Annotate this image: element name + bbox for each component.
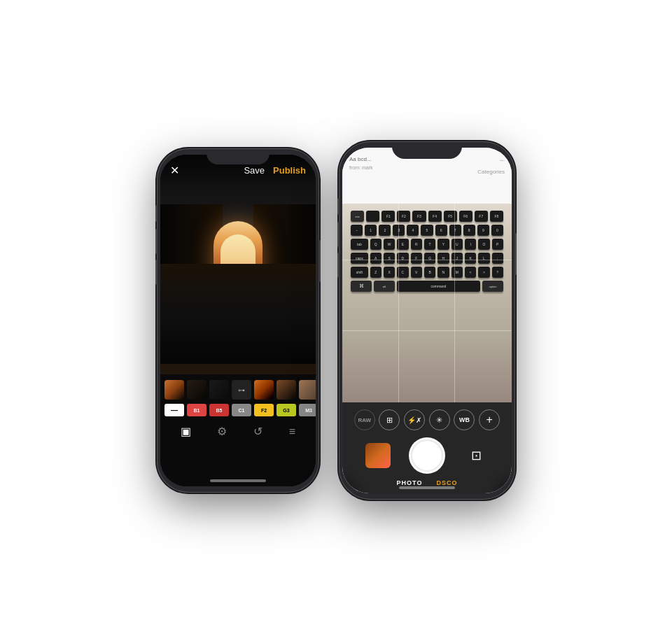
photo-mode-button[interactable]: PHOTO [397, 479, 423, 486]
home-bar-left [210, 479, 266, 482]
exposure-button[interactable]: ✳ [429, 409, 450, 430]
filter-area: ⊶ — B1 B5 C1 F2 G3 M3 [160, 374, 316, 486]
left-phone-notch [206, 149, 270, 164]
filter-thumb-5[interactable] [276, 380, 296, 400]
floor [160, 264, 316, 363]
grid-button[interactable]: ⊞ [379, 409, 400, 430]
filter-b1[interactable]: B1 [187, 404, 206, 416]
flash-button[interactable]: ⚡✗ [404, 409, 425, 430]
close-button[interactable]: ✕ [170, 164, 179, 177]
shutter-button[interactable] [409, 437, 445, 474]
camera-controls: RAW ⊞ ⚡✗ ✳ WB + ⊡ PHOT [342, 402, 512, 493]
last-photo-thumbnail[interactable] [365, 443, 391, 468]
flip-camera-button[interactable]: ⊡ [463, 443, 489, 468]
right-phone-notch [392, 142, 462, 159]
gallery-icon[interactable]: ▣ [181, 425, 191, 438]
publish-button[interactable]: Publish [273, 165, 306, 176]
filter-labels: — B1 B5 C1 F2 G3 M3 [160, 402, 316, 421]
grid-overlay [342, 190, 512, 402]
keyboard-photo: esc F1F2F3F4 F5F6F7F8 ~123 4567 890 tab [342, 190, 512, 402]
filter-g3[interactable]: G3 [276, 404, 296, 416]
filter-none[interactable]: — [164, 404, 184, 416]
top-actions: Save Publish [244, 165, 306, 176]
right-phone: Aa bcd... ... from: mark Categories esc … [340, 142, 514, 499]
filter-thumb-sliders[interactable]: ⊶ [232, 380, 251, 400]
revert-icon[interactable]: ↺ [253, 425, 262, 438]
bottom-toolbar: ▣ ⚙ ↺ ≡ [160, 421, 316, 444]
camera-icons-row: RAW ⊞ ⚡✗ ✳ WB + [342, 402, 512, 435]
adjust-icon[interactable]: ⚙ [217, 425, 227, 438]
filter-thumb-6[interactable] [299, 380, 316, 400]
filter-thumb-4[interactable] [254, 380, 274, 400]
home-bar-right [399, 486, 455, 489]
header-text-left: Aa bcd... [349, 156, 372, 162]
menu-icon[interactable]: ≡ [289, 425, 295, 438]
filter-thumb-2[interactable] [187, 380, 206, 400]
dsco-mode-button[interactable]: DSCO [436, 479, 457, 486]
filter-m3[interactable]: M3 [299, 404, 316, 416]
categories-label: Categories [477, 169, 505, 175]
filter-f2[interactable]: F2 [254, 404, 274, 416]
right-phone-screen: Aa bcd... ... from: mark Categories esc … [342, 148, 512, 493]
save-button[interactable]: Save [244, 165, 265, 176]
wb-button[interactable]: WB [454, 409, 475, 430]
header-text-right: ... [500, 156, 505, 162]
left-phone: ✕ Save Publish ⊶ [158, 149, 318, 492]
keyboard-background: esc F1F2F3F4 F5F6F7F8 ~123 4567 890 tab [342, 190, 512, 402]
filter-thumbnails: ⊶ [160, 374, 316, 402]
raw-button[interactable]: RAW [354, 409, 375, 430]
filter-c1[interactable]: C1 [232, 404, 251, 416]
from-text: from: mark [349, 165, 372, 170]
filter-thumb-3[interactable] [209, 380, 229, 400]
filter-b5[interactable]: B5 [209, 404, 229, 416]
filter-thumb-1[interactable] [164, 380, 184, 400]
plus-button[interactable]: + [479, 409, 500, 430]
shutter-row: ⊡ [342, 435, 512, 478]
left-phone-screen: ✕ Save Publish ⊶ [160, 155, 316, 486]
